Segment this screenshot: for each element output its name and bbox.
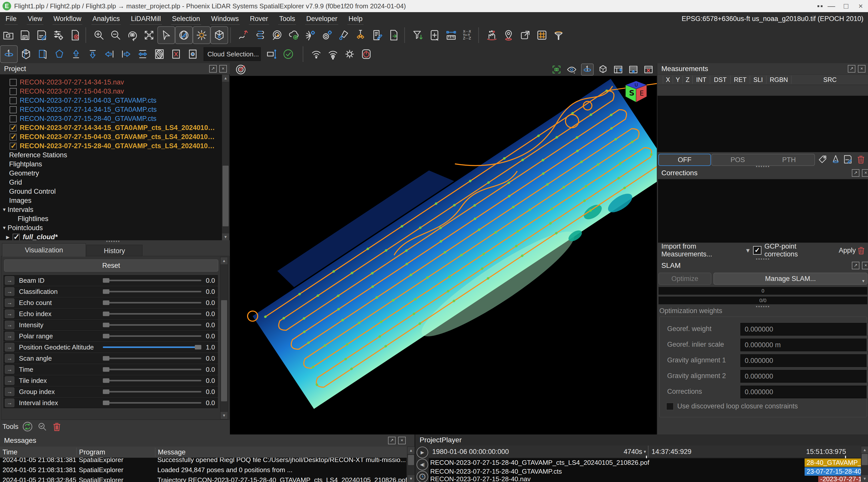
close-panel-icon[interactable]: × — [398, 437, 406, 444]
slider-track[interactable] — [103, 369, 202, 370]
menu-lidarmill[interactable]: LiDARMill — [125, 12, 166, 25]
slider-track[interactable] — [103, 346, 202, 348]
grow-left-button[interactable] — [101, 46, 118, 62]
scroll-down-icon[interactable]: ▼ — [222, 233, 229, 240]
menu-developer[interactable]: Developer — [301, 12, 343, 25]
close-panel-icon[interactable]: × — [219, 65, 227, 73]
apply-arrow-icon[interactable]: → — [5, 354, 14, 363]
slider-track[interactable] — [103, 313, 202, 315]
slider-handle[interactable] — [195, 345, 202, 349]
undock-icon[interactable]: ↗ — [388, 437, 396, 444]
zoom-in-button[interactable] — [91, 27, 107, 44]
gravity-alignment-2-input[interactable]: 0.000000 ▲▼ — [740, 370, 867, 382]
scanner-settings-button[interactable] — [302, 27, 319, 44]
ground-control-button[interactable] — [352, 27, 369, 44]
viewport-clip-button[interactable] — [597, 64, 609, 75]
apply-arrow-icon[interactable]: → — [5, 399, 14, 407]
slider-handle[interactable] — [103, 323, 110, 327]
message-row[interactable]: 2024-01-05 21:08:31:381 SpatialExplorer … — [0, 465, 407, 475]
import-from-measurements-button[interactable]: Import from Measurements... — [661, 243, 745, 258]
visualization-scrollbar[interactable]: ▲ ▼ — [220, 257, 228, 419]
apply-arrow-icon[interactable]: → — [5, 321, 14, 329]
player-duration-dropdown[interactable]: 4740s — [624, 448, 643, 456]
close-project-button[interactable] — [67, 27, 83, 44]
mode-off-button[interactable]: OFF — [658, 154, 711, 166]
menu-rover[interactable]: Rover — [244, 12, 274, 25]
slider-track[interactable] — [103, 402, 202, 404]
filter-button[interactable] — [409, 27, 426, 44]
player-scrollbar[interactable]: ▲ ▼ — [861, 446, 868, 482]
slider-track[interactable] — [103, 324, 202, 326]
tab-history[interactable]: History — [86, 245, 143, 257]
fit-view-button[interactable] — [141, 27, 157, 44]
view-selection-button[interactable] — [184, 46, 201, 62]
apply-arrow-icon[interactable]: → — [5, 299, 14, 307]
track-block-cts[interactable]: 23-07-27-15-28-40_GT — [805, 467, 862, 476]
undock-icon[interactable]: ↗ — [852, 169, 860, 177]
mode-pth-button[interactable]: PTH — [782, 156, 796, 164]
scrollbar-thumb[interactable] — [222, 166, 228, 226]
rover-settings-button[interactable] — [341, 46, 358, 62]
slider-handle[interactable] — [103, 301, 110, 305]
splitter-handle[interactable]: ▪▪▪▪▪▪ — [106, 239, 120, 244]
checkbox-unchecked[interactable] — [9, 97, 17, 104]
save-as-button[interactable] — [33, 27, 50, 44]
menu-windows[interactable]: Windows — [206, 12, 245, 25]
scroll-up-icon[interactable]: ▲ — [220, 257, 227, 264]
gnss-antenna-button[interactable] — [550, 27, 567, 44]
disconnect-button[interactable] — [324, 46, 341, 62]
spinner-arrows[interactable]: ▲▼ — [867, 386, 868, 398]
track-block-pof[interactable]: 28-40_GTAVAMP_cts_LS — [805, 458, 862, 467]
slider-handle[interactable] — [103, 334, 110, 338]
delete-corrections-button[interactable] — [856, 245, 867, 256]
viewport-capture-button[interactable] — [551, 64, 562, 75]
close-panel-icon[interactable]: × — [862, 169, 868, 177]
georef-inlier-scale-input[interactable]: 0.000000 m ▲▼ — [740, 339, 867, 351]
undock-icon[interactable]: ↗ — [848, 65, 856, 73]
delete-tool-button[interactable] — [51, 421, 62, 432]
close-pane-button[interactable] — [643, 64, 654, 75]
apply-corrections-button[interactable]: Apply — [839, 247, 856, 254]
slider-handle[interactable] — [103, 289, 110, 294]
delete-measurements-button[interactable] — [856, 154, 867, 165]
menu-file[interactable]: File — [0, 12, 22, 25]
edit-notes-button[interactable] — [369, 27, 385, 44]
split-horizontal-button[interactable] — [627, 64, 639, 75]
save-measurements-button[interactable] — [842, 154, 854, 165]
optimize-button[interactable]: Optimize — [658, 273, 711, 285]
slider-handle[interactable] — [103, 367, 110, 372]
tree-group-intervals[interactable]: ▼Intervals — [0, 205, 217, 214]
sun-lighting-button[interactable] — [193, 26, 211, 44]
slider-track[interactable] — [103, 358, 202, 359]
viewport-visibility-button[interactable] — [566, 64, 578, 75]
tree-group-reference-stations[interactable]: Reference Stations — [0, 151, 217, 160]
scrollbar-thumb[interactable] — [862, 454, 868, 465]
orbit-point-button[interactable] — [269, 27, 285, 44]
slider-track[interactable] — [103, 380, 202, 381]
colorize-cloud-button[interactable] — [336, 27, 352, 44]
slider-handle[interactable] — [103, 278, 110, 283]
scroll-down-icon[interactable]: ▼ — [220, 412, 227, 419]
track-block-nav[interactable]: -2023-07-27-15-28 — [818, 476, 862, 482]
flightlines-button[interactable] — [252, 27, 269, 44]
delete-selection-button[interactable] — [168, 46, 184, 62]
snapshot-button[interactable] — [124, 27, 141, 44]
tree-group-grid[interactable]: Grid — [0, 178, 217, 187]
apply-arrow-icon[interactable]: → — [5, 365, 14, 374]
spinner-arrows[interactable]: ▲▼ — [867, 339, 868, 351]
tree-scrollbar[interactable]: ▲ ▼ — [222, 74, 229, 240]
split-vertical-button[interactable] — [612, 64, 624, 75]
polygon-select-button[interactable] — [51, 46, 68, 62]
player-track-row[interactable]: RECON-2023-07-27-15-28-40_GTAVAMP.cts 23… — [429, 467, 861, 476]
grid-button[interactable] — [533, 27, 550, 44]
scroll-up-icon[interactable]: ▲ — [861, 446, 868, 453]
expander-closed-icon[interactable]: ▶ — [4, 234, 11, 240]
selection-bounds-button[interactable] — [263, 46, 280, 62]
manage-slam-button[interactable]: Manage SLAM... ▾ — [713, 273, 868, 285]
power-button[interactable] — [358, 46, 375, 62]
slider-handle[interactable] — [103, 390, 110, 394]
apply-arrow-icon[interactable]: → — [5, 332, 14, 340]
tree-group-geometry[interactable]: Geometry — [0, 169, 217, 178]
project-settings-button[interactable] — [50, 27, 67, 44]
location-button[interactable] — [500, 27, 517, 44]
